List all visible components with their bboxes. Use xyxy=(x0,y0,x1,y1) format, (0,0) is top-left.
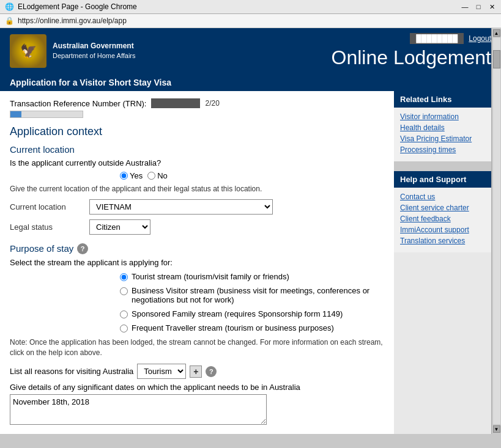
sidebar-link-processing[interactable]: Processing times xyxy=(400,145,495,154)
site-header: 🦅 Australian Government Department of Ho… xyxy=(0,28,501,74)
current-location-heading: Current location xyxy=(10,144,384,155)
site-title-area: ████████ Logout Online Lodgement xyxy=(331,33,491,69)
stream-radio-frequent[interactable] xyxy=(120,325,128,332)
logout-button[interactable]: Logout xyxy=(469,34,491,43)
outside-question: Is the applicant currently outside Austr… xyxy=(10,158,161,167)
main-content: Transaction Reference Number (TRN): 2/20… xyxy=(0,91,501,434)
related-links-header: Related Links xyxy=(394,91,501,108)
sidebar-link-visa-pricing[interactable]: Visa Pricing Estimator xyxy=(400,134,495,143)
sidebar-link-feedback[interactable]: Client feedback xyxy=(400,215,495,223)
stream-option-frequent: Frequent Traveller stream (tourism or bu… xyxy=(120,323,384,332)
dept-name: Department of Home Affairs xyxy=(53,51,136,61)
stream-radio-sponsored[interactable] xyxy=(120,310,128,318)
trn-row: Transaction Reference Number (TRN): 2/20 xyxy=(10,98,384,108)
progress-bar-container xyxy=(10,111,83,118)
purpose-help-icon[interactable]: ? xyxy=(77,243,88,254)
radio-yes[interactable] xyxy=(120,172,128,180)
stream-option-business: Business Visitor stream (business visit … xyxy=(120,286,384,304)
visit-reasons-label: List all reasons for visiting Australia xyxy=(10,367,133,376)
sidebar-link-contact[interactable]: Contact us xyxy=(400,193,495,201)
help-support-header: Help and Support xyxy=(394,171,501,188)
current-location-row: Current location VIETNAM xyxy=(10,199,384,215)
visit-reasons-help-icon[interactable]: ? xyxy=(206,366,217,377)
legal-status-label: Legal status xyxy=(10,222,83,232)
browser-content: 🦅 Australian Government Department of Ho… xyxy=(0,28,501,434)
lock-icon: 🔒 xyxy=(5,17,14,25)
related-links-list: Visitor information Health details Visa … xyxy=(394,108,501,161)
stream-label-frequent: Frequent Traveller stream (tourism or bu… xyxy=(132,323,334,332)
stream-label-sponsored: Sponsored Family stream (requires Sponso… xyxy=(132,309,343,318)
minimize-button[interactable]: — xyxy=(461,2,469,11)
gov-name: Australian Government xyxy=(53,41,136,51)
browser-icon: 🌐 xyxy=(5,2,14,11)
address-bar: 🔒 https://online.immi.gov.au/elp/app xyxy=(0,14,501,28)
sidebar-link-health[interactable]: Health details xyxy=(400,123,495,132)
page-header-title: Application for a Visitor Short Stay Vis… xyxy=(10,78,171,87)
purpose-heading-row: Purpose of stay ? xyxy=(10,243,384,254)
visit-reasons-section: List all reasons for visiting Australia … xyxy=(10,364,384,379)
url-display[interactable]: https://online.immi.gov.au/elp/app xyxy=(18,17,127,25)
user-bar: ████████ Logout xyxy=(410,33,491,44)
sidebar-link-charter[interactable]: Client service charter xyxy=(400,204,495,212)
current-location-select[interactable]: VIETNAM xyxy=(89,199,273,215)
left-content: Transaction Reference Number (TRN): 2/20… xyxy=(0,91,394,434)
trn-section: Transaction Reference Number (TRN): 2/20 xyxy=(10,98,384,118)
scrollbar[interactable]: ▲ ▼ xyxy=(491,28,501,434)
restore-button[interactable]: □ xyxy=(474,2,483,11)
stream-note: Note: Once the application has been lodg… xyxy=(10,337,384,358)
visit-reasons-row: List all reasons for visiting Australia … xyxy=(10,364,384,379)
page-header-bar: Application for a Visitor Short Stay Vis… xyxy=(0,74,501,91)
purpose-of-stay-section: Purpose of stay ? Select the stream the … xyxy=(10,243,384,427)
radio-yes-label[interactable]: Yes xyxy=(120,171,143,180)
purpose-heading: Purpose of stay xyxy=(10,243,73,254)
gov-logo-text: Australian Government Department of Home… xyxy=(53,41,136,61)
add-reason-button[interactable]: + xyxy=(190,365,202,378)
current-location-section: Current location Is the applicant curren… xyxy=(10,144,384,235)
progress-bar-fill xyxy=(10,111,21,117)
user-name: ████████ xyxy=(410,33,464,44)
scrollbar-thumb[interactable] xyxy=(493,50,500,68)
radio-no[interactable] xyxy=(147,172,155,180)
significant-dates-label: Give details of any significant dates on… xyxy=(10,383,384,392)
outside-radio-group: Yes No xyxy=(120,171,384,180)
legal-status-select[interactable]: Citizen xyxy=(89,219,150,235)
scrollbar-track xyxy=(493,38,500,424)
stream-radio-tourist[interactable] xyxy=(120,273,128,281)
close-button[interactable]: ✕ xyxy=(488,2,496,11)
location-helper-text: Give the current location of the applica… xyxy=(10,184,384,194)
title-bar: 🌐 ELodgement Page - Google Chrome — □ ✕ xyxy=(0,0,501,14)
legal-status-row: Legal status Citizen xyxy=(10,219,384,235)
trn-counter: 2/20 xyxy=(205,99,219,108)
scrollbar-down[interactable]: ▼ xyxy=(493,425,500,433)
significant-dates-textarea[interactable]: November 18th, 2018 xyxy=(10,394,267,425)
trn-value xyxy=(151,98,200,108)
stream-label-business: Business Visitor stream (business visit … xyxy=(132,286,384,304)
site-title: Online Lodgement xyxy=(331,46,491,69)
application-context-heading: Application context xyxy=(10,125,384,138)
stream-option-tourist: Tourist stream (tourism/visit family or … xyxy=(120,272,384,281)
site-logo: 🦅 Australian Government Department of Ho… xyxy=(10,34,136,68)
sidebar-link-translation[interactable]: Translation services xyxy=(400,237,495,245)
sidebar-link-visitor-info[interactable]: Visitor information xyxy=(400,112,495,121)
right-sidebar: Related Links Visitor information Health… xyxy=(394,91,501,434)
current-location-label: Current location xyxy=(10,202,83,211)
gov-crest: 🦅 xyxy=(10,34,46,68)
help-support-list: Contact us Client service charter Client… xyxy=(394,188,501,252)
window-title: ELodgement Page - Google Chrome xyxy=(18,2,137,11)
stream-option-sponsored: Sponsored Family stream (requires Sponso… xyxy=(120,309,384,318)
scrollbar-up[interactable]: ▲ xyxy=(493,29,500,37)
sidebar-link-immiaccount[interactable]: ImmiAccount support xyxy=(400,226,495,234)
visit-reasons-select[interactable]: Tourism xyxy=(137,364,186,379)
stream-radio-business[interactable] xyxy=(120,287,128,295)
stream-label-tourist: Tourist stream (tourism/visit family or … xyxy=(132,272,289,281)
stream-select-prompt: Select the stream the applicant is apply… xyxy=(10,258,384,267)
stream-options: Tourist stream (tourism/visit family or … xyxy=(120,272,384,332)
trn-label: Transaction Reference Number (TRN): xyxy=(10,99,146,108)
radio-no-label[interactable]: No xyxy=(147,171,168,180)
outside-question-row: Is the applicant currently outside Austr… xyxy=(10,158,384,167)
